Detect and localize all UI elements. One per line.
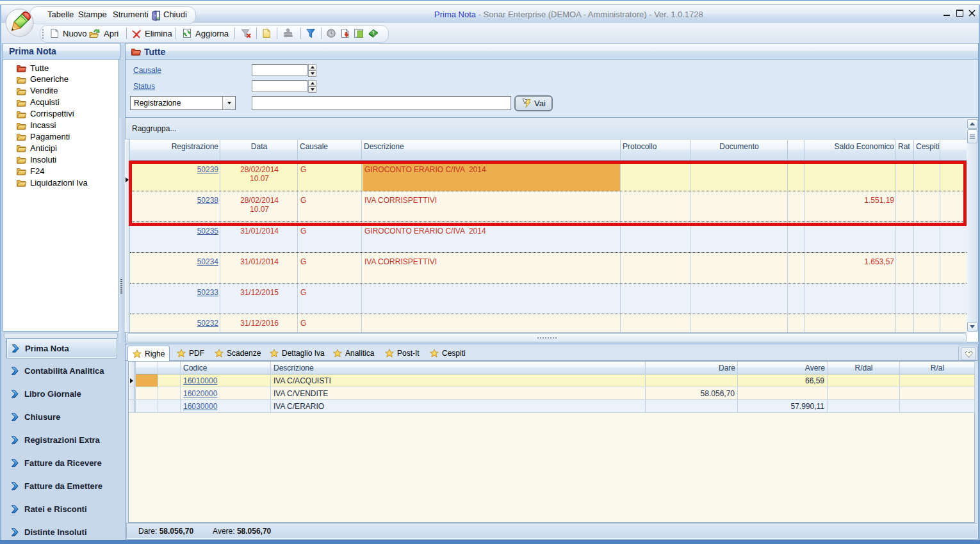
status-input[interactable] bbox=[252, 80, 307, 92]
horizontal-scroll-thumb[interactable] bbox=[127, 333, 967, 342]
tree-item-acquisti[interactable]: Acquisti bbox=[16, 97, 60, 108]
tab-righe[interactable]: Righe bbox=[127, 346, 170, 361]
toolbar-button-preview-icon[interactable] bbox=[354, 25, 364, 42]
tree-item-liquidazioni-iva[interactable]: Liquidazioni Iva bbox=[16, 177, 88, 188]
detail-column-header-codice[interactable]: Codice bbox=[183, 364, 268, 372]
registrazione-link[interactable]: 50234 bbox=[133, 257, 218, 266]
nav-item-prima-nota[interactable]: Prima Nota bbox=[6, 339, 117, 358]
column-header-cespiti[interactable]: Cespiti bbox=[916, 143, 938, 151]
column-header-data[interactable]: Data bbox=[222, 143, 296, 151]
tab-pdf[interactable]: PDF bbox=[172, 346, 209, 360]
vai-button[interactable]: Vai bbox=[514, 95, 553, 111]
detail-avere-cell: 66,59 bbox=[740, 376, 824, 385]
search-type-combo[interactable]: Registrazione bbox=[130, 96, 236, 110]
column-header-protocollo[interactable]: Protocollo bbox=[623, 143, 689, 151]
tab-analitica[interactable]: Analitica bbox=[329, 346, 379, 360]
detail-column-header-r-al[interactable]: R/al bbox=[902, 364, 972, 372]
scroll-down-button[interactable] bbox=[967, 322, 977, 332]
tree-item-f24[interactable]: F24 bbox=[16, 165, 44, 177]
nav-item-fatture-da-ricevere[interactable]: Fatture da Ricevere bbox=[6, 454, 116, 472]
close-button[interactable] bbox=[966, 6, 977, 19]
detail-column-line bbox=[827, 362, 828, 413]
tree-item-corrispettivi[interactable]: Corrispettivi bbox=[16, 108, 74, 120]
title-suffix: - Sonar Enterprise (DEMOA - Amministrato… bbox=[476, 10, 703, 19]
group-by-text: Raggruppa... bbox=[132, 124, 176, 133]
toolbar-button-elimina[interactable]: Elimina bbox=[131, 25, 172, 42]
nav-item-libro-giornale[interactable]: Libro Giornale bbox=[6, 385, 116, 403]
detail-column-header-descrizione[interactable]: Descrizione bbox=[274, 364, 643, 372]
nav-item-registrazioni-extra[interactable]: Registrazioni Extra bbox=[6, 431, 116, 449]
menu-stampe[interactable]: Stampe bbox=[78, 10, 107, 19]
collapse-panel-button[interactable] bbox=[961, 348, 976, 360]
column-header-rat[interactable]: Rat bbox=[898, 143, 912, 151]
tree-item-tutte[interactable]: Tutte bbox=[16, 62, 49, 74]
menu-tabelle[interactable]: Tabelle bbox=[47, 10, 74, 19]
column-header-registrazione[interactable]: Registrazione bbox=[132, 143, 218, 151]
causale-input[interactable] bbox=[252, 64, 307, 76]
triangle-down-icon bbox=[227, 102, 231, 104]
nav-item-chiusure[interactable]: Chiusure bbox=[6, 408, 116, 426]
status-spin-up-button[interactable] bbox=[308, 80, 316, 86]
nav-item-distinte-insoluti[interactable]: Distinte Insoluti bbox=[6, 523, 116, 541]
main-splitter[interactable] bbox=[119, 118, 124, 342]
toolbar-grip[interactable] bbox=[42, 29, 44, 41]
toolbar-button-nuovo[interactable]: Nuovo bbox=[49, 25, 87, 42]
menu-strumenti[interactable]: Strumenti bbox=[113, 10, 149, 19]
causale-link[interactable]: Causale bbox=[133, 66, 161, 75]
causale-spin-down-button[interactable] bbox=[308, 70, 316, 77]
registrazione-link[interactable]: 50233 bbox=[133, 288, 218, 297]
tab-cespiti[interactable]: Cespiti bbox=[425, 346, 470, 360]
column-header-saldo-economico[interactable]: Saldo Economico bbox=[806, 143, 894, 151]
status-spin-down-button[interactable] bbox=[308, 86, 316, 93]
minimize-button[interactable] bbox=[941, 6, 952, 19]
column-header-causale[interactable]: Causale bbox=[300, 143, 360, 151]
detail-codice-cell[interactable]: 16030000 bbox=[183, 402, 268, 411]
menu-chiudi[interactable]: Chiudi bbox=[163, 10, 187, 19]
data-cell: 31/01/2014 bbox=[223, 227, 296, 236]
search-input[interactable] bbox=[252, 96, 511, 110]
toolbar-button-filter-clear-icon[interactable] bbox=[241, 25, 252, 42]
toolbar-button-book-icon[interactable] bbox=[368, 25, 379, 42]
tree-item-vendite[interactable]: Vendite bbox=[16, 85, 58, 97]
tree-item-generiche[interactable]: Generiche bbox=[16, 74, 69, 85]
maximize-button[interactable] bbox=[954, 6, 965, 19]
detail-column-header-r-dal[interactable]: R/dal bbox=[830, 364, 897, 372]
registrazione-link[interactable]: 50235 bbox=[133, 227, 218, 236]
scroll-up-button[interactable] bbox=[967, 119, 977, 129]
nav-item-fatture-da-emettere[interactable]: Fatture da Emettere bbox=[6, 477, 116, 495]
detail-column-header-avere[interactable]: Avere bbox=[740, 364, 825, 372]
nav-item-ratei-e-risconti[interactable]: Ratei e Risconti bbox=[6, 500, 116, 518]
detail-grid: CodiceDescrizioneDareAvereR/dalR/al16010… bbox=[128, 361, 975, 523]
tree-item-insoluti[interactable]: Insoluti bbox=[16, 154, 56, 165]
status-link[interactable]: Status bbox=[133, 82, 155, 91]
detail-column-header-dare[interactable]: Dare bbox=[648, 364, 735, 372]
app-logo-pencil[interactable] bbox=[5, 8, 34, 39]
tree-item-anticipi[interactable]: Anticipi bbox=[16, 142, 57, 154]
column-header-documento[interactable]: Documento bbox=[692, 143, 786, 151]
toolbar-button-apri[interactable]: Apri bbox=[89, 25, 118, 42]
tab-post-it[interactable]: Post-It bbox=[380, 346, 424, 360]
tree-item-pagamenti[interactable]: Pagamenti bbox=[16, 131, 70, 142]
toolbar-button-filter-icon[interactable] bbox=[306, 25, 316, 42]
toolbar-button-export-pdf-icon[interactable] bbox=[340, 25, 350, 42]
detail-codice-cell[interactable]: 16020000 bbox=[183, 389, 268, 398]
tab-scadenze[interactable]: Scadenze bbox=[210, 346, 265, 360]
registrazione-link[interactable]: 50232 bbox=[133, 319, 218, 328]
toolbar-button-clock-icon[interactable] bbox=[326, 25, 336, 42]
nav-item-contabilit-analitica[interactable]: Contabilità Analitica bbox=[6, 362, 116, 380]
toolbar-button-aggiorna[interactable]: Aggiorna bbox=[182, 25, 229, 42]
tree-item-incassi[interactable]: Incassi bbox=[16, 120, 56, 131]
chevron-right-icon bbox=[10, 435, 19, 445]
star-icon bbox=[133, 349, 142, 358]
detail-codice-cell[interactable]: 16010000 bbox=[183, 376, 268, 385]
causale-spin-up-button[interactable] bbox=[308, 64, 316, 70]
toolbar-button-new-note-icon[interactable] bbox=[261, 25, 272, 42]
tab-dettaglio-iva[interactable]: Dettaglio Iva bbox=[265, 346, 329, 360]
combo-dropdown-button[interactable] bbox=[222, 97, 235, 109]
sidebar-splitter[interactable] bbox=[4, 333, 118, 339]
vertical-scroll-thumb[interactable] bbox=[967, 129, 977, 143]
toolbar-button-stamp-icon[interactable] bbox=[282, 25, 294, 42]
vertical-scrollbar[interactable] bbox=[967, 118, 978, 332]
detail-column-line bbox=[135, 362, 136, 413]
column-header-descrizione[interactable]: Descrizione bbox=[364, 143, 619, 151]
